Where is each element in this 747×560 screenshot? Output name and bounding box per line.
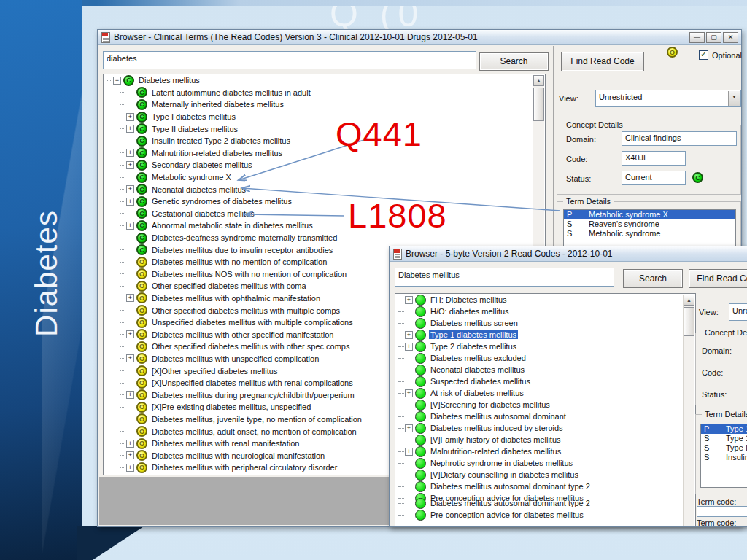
expand-icon[interactable]: + xyxy=(126,113,134,121)
tree-item[interactable]: CMaternally inherited diabetes mellitus xyxy=(104,98,545,111)
find-read-code-button[interactable]: Find Read Code xyxy=(689,269,747,288)
tree-item[interactable]: Suspected diabetes mellitus xyxy=(395,376,695,387)
tree-item[interactable]: Diabetes mellitus autosomal dominant typ… xyxy=(395,481,695,492)
search-button[interactable]: Search xyxy=(623,269,683,288)
tree-item[interactable]: CDiabetes-deafness syndrome maternally t… xyxy=(104,232,545,244)
tree2-scrollbar[interactable]: ▲ xyxy=(683,295,694,526)
tree-item[interactable]: +Malnutrition-related diabetes mellitus xyxy=(395,446,695,457)
tree-item[interactable]: +Type 2 diabetes mellitus xyxy=(395,341,695,352)
search-input[interactable]: diabetes xyxy=(103,51,476,69)
scroll-thumb[interactable] xyxy=(533,88,544,121)
scroll-up-icon[interactable]: ▲ xyxy=(533,75,544,86)
chevron-down-icon[interactable]: ▼ xyxy=(728,91,740,106)
expand-icon[interactable]: + xyxy=(126,391,134,399)
tree-item[interactable]: Diabetes mellitus screen xyxy=(395,317,695,329)
window1-titlebar[interactable]: Browser - Clinical Terms (The Read Codes… xyxy=(98,30,741,45)
collapse-icon[interactable]: − xyxy=(113,77,121,85)
code-field[interactable]: X40JE xyxy=(622,151,686,166)
tree-connector xyxy=(120,370,125,371)
view-label: View: xyxy=(559,94,578,103)
window2-titlebar[interactable]: Browser - 5-byte Version 2 Read Codes - … xyxy=(390,246,747,262)
close-button[interactable]: ✕ xyxy=(723,32,738,43)
tree-item[interactable]: +FH: Diabetes mellitus xyxy=(395,294,695,306)
expand-icon[interactable]: + xyxy=(126,354,134,362)
tree-item[interactable]: H/O: diabetes mellitus xyxy=(395,306,695,317)
tree-item[interactable]: CLatent autoimmune diabetes mellitus in … xyxy=(104,87,545,99)
expand-icon[interactable]: + xyxy=(405,424,413,432)
view-dropdown[interactable]: Unrestricted xyxy=(729,303,747,321)
tree-item[interactable]: +CSecondary diabetes mellitus xyxy=(104,159,545,171)
expand-icon[interactable]: + xyxy=(126,330,134,338)
tree-item[interactable]: +CGenetic syndromes of diabetes mellitus xyxy=(104,195,545,208)
restore-button[interactable]: ▢ xyxy=(706,32,721,43)
term-row[interactable]: PType 1 xyxy=(701,424,747,434)
term-row[interactable]: SMetabolic syndrome xyxy=(564,229,735,238)
tree-item[interactable]: CInsulin treated Type 2 diabetes mellitu… xyxy=(104,135,545,147)
tree-item[interactable]: [V]Screening for diabetes mellitus xyxy=(395,399,695,411)
search-button[interactable]: Search xyxy=(479,52,549,71)
term-code-label: Term code: xyxy=(697,497,736,506)
v2-tree: +FH: Diabetes mellitusH/O: diabetes mell… xyxy=(395,293,696,527)
tree-item[interactable]: +CMalnutrition-related diabetes mellitus xyxy=(104,147,545,160)
expand-icon[interactable]: + xyxy=(126,451,134,459)
term-row[interactable]: SType I xyxy=(701,443,747,453)
tree-item[interactable]: Diabetes mellitus autosomal dominant typ… xyxy=(395,497,695,509)
concept-icon: C xyxy=(136,220,147,231)
concept-details-legend: Concept Details xyxy=(702,328,747,337)
expand-icon[interactable]: + xyxy=(126,294,134,302)
expand-icon[interactable]: + xyxy=(126,161,134,169)
expand-icon[interactable]: + xyxy=(405,331,413,339)
tree-item[interactable]: Pre-conception advice for diabetes melli… xyxy=(395,509,695,521)
window2-title: Browser - 5-byte Version 2 Read Codes - … xyxy=(406,249,612,259)
tree-item[interactable]: +CType II diabetes mellitus xyxy=(104,122,545,135)
expand-icon[interactable]: + xyxy=(405,448,413,456)
tree-item[interactable]: Diabetes mellitus excluded xyxy=(395,352,695,364)
term-row[interactable]: SType 1 xyxy=(701,434,747,443)
tree-item[interactable]: Nephrotic syndrome in diabetes mellitus xyxy=(395,457,695,469)
expand-icon[interactable]: + xyxy=(126,464,134,472)
scroll-up-icon[interactable]: ▲ xyxy=(684,295,694,306)
tree-item[interactable]: +Diabetes mellitus induced by steroids xyxy=(395,422,695,434)
view-dropdown[interactable]: Unrestricted ▼ xyxy=(595,90,741,107)
optional-checkbox[interactable] xyxy=(699,50,708,60)
expand-icon[interactable]: + xyxy=(126,149,134,157)
term-code-field[interactable] xyxy=(697,506,747,517)
term-row[interactable]: PMetabolic syndrome X xyxy=(564,210,735,219)
expand-icon[interactable]: + xyxy=(405,343,413,351)
tree-item-label: Diabetes mellitus screen xyxy=(429,319,519,327)
term-row[interactable]: SReaven's syndrome xyxy=(564,219,735,229)
scroll-thumb[interactable] xyxy=(684,307,694,336)
view-value: Unrestricted xyxy=(732,306,747,315)
tree-item[interactable]: +At risk of diabetes mellitus xyxy=(395,387,695,399)
tree-item-label: Diabetes mellitus autosomal dominant typ… xyxy=(429,499,592,508)
tree-item[interactable]: +CAbnormal metabolic state in diabetes m… xyxy=(104,219,545,232)
term-icon xyxy=(415,423,426,434)
term-row[interactable]: SInsulin xyxy=(701,453,747,462)
tree-connector xyxy=(398,486,404,487)
find-read-code-button[interactable]: Find Read Code xyxy=(561,52,644,71)
tree-item[interactable]: Neonatal diabetes mellitus xyxy=(395,364,695,376)
expand-icon[interactable]: + xyxy=(126,222,134,230)
code-label: Code: xyxy=(702,368,723,377)
expand-icon[interactable]: + xyxy=(405,296,413,304)
term-icon xyxy=(415,353,426,364)
tree-item[interactable]: CMetabolic syndrome X xyxy=(104,171,545,184)
tree-item[interactable]: [V]Dietary counselling in diabetes melli… xyxy=(395,469,695,481)
tree-item[interactable]: +CNeonatal diabetes mellitus xyxy=(104,183,545,195)
search-input[interactable]: Diabetes mellitus xyxy=(395,268,614,287)
tree-item[interactable]: Diabetes mellitus autosomal dominant xyxy=(395,411,695,422)
tree-item[interactable]: −CDiabetes mellitus xyxy=(104,74,545,87)
domain-field[interactable]: Clinical findings xyxy=(622,131,737,146)
expand-icon[interactable]: + xyxy=(126,440,134,448)
tree-item[interactable]: +Type 1 diabetes mellitus xyxy=(395,329,695,341)
minimize-button[interactable]: — xyxy=(689,32,705,43)
expand-icon[interactable]: + xyxy=(126,125,134,133)
tree-item[interactable]: +CType I diabetes mellitus xyxy=(104,111,545,123)
tree-item[interactable]: CGestational diabetes mellitus xyxy=(104,208,545,220)
expand-icon[interactable]: + xyxy=(405,389,413,397)
tree-item[interactable]: [V]Family history of diabetes mellitus xyxy=(395,434,695,446)
expand-icon[interactable]: + xyxy=(126,198,134,206)
status-field[interactable]: Current xyxy=(622,171,686,185)
expand-icon[interactable]: + xyxy=(126,185,134,193)
term-flag: S xyxy=(564,229,589,238)
